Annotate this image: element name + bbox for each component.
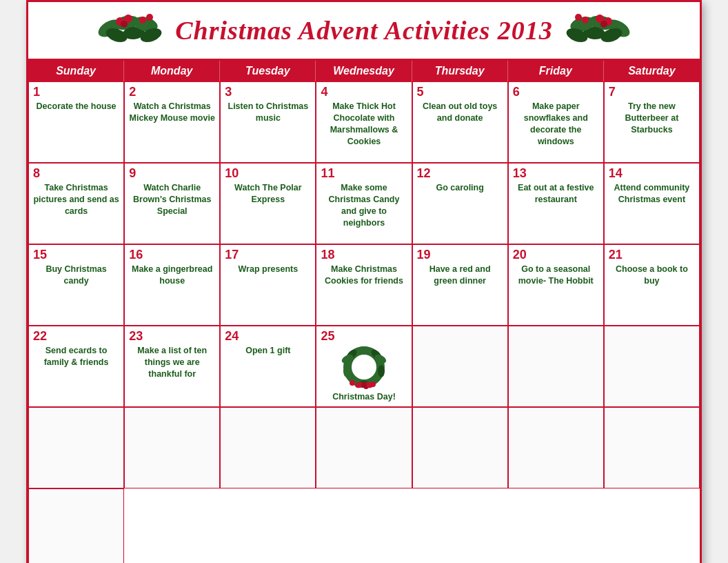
calendar-cell [28,407,124,488]
svg-point-9 [139,17,146,23]
cell-activity: Clean out old toys and donate [417,101,503,124]
cell-activity: Choose a book to buy [609,264,695,287]
cell-number: 24 [225,329,311,344]
cell-activity: Christmas Day! [321,391,407,403]
calendar-cell [28,488,124,563]
svg-point-30 [378,365,385,377]
day-friday: Friday [508,61,604,81]
cell-number: 19 [417,248,503,262]
cell-number: 7 [609,85,695,99]
cell-number: 9 [129,166,215,181]
holly-left-decoration [96,9,165,52]
cell-number: 17 [225,248,311,262]
cell-number: 16 [129,248,215,262]
calendar-header: Christmas Advent Activities 2013 [28,2,700,61]
cell-activity: Wrap presents [225,264,311,275]
cell-activity: Watch a Christmas Mickey Mouse movie [129,101,215,124]
cell-number: 18 [321,248,407,262]
cell-activity: Make Christmas Cookies for friends [321,264,407,287]
calendar-cell: 18Make Christmas Cookies for friends [316,244,412,326]
cell-number: 15 [33,248,119,262]
cell-activity: Try the new Butterbeer at Starbucks [609,101,695,136]
cell-activity: Send ecards to family & friends [33,345,119,368]
calendar-cell: 22Send ecards to family & friends [28,326,124,407]
calendar-cell [124,407,220,488]
cell-activity: Watch The Polar Express [225,182,311,206]
calendar-cell: 14Attend community Christmas event [604,163,700,244]
calendar-cell: 15Buy Christmas candy [28,244,124,326]
calendar-cell: 10Watch The Polar Express [220,163,316,244]
cell-number: 22 [33,329,119,344]
day-sunday: Sunday [28,61,124,81]
calendar-cell: 2Watch a Christmas Mickey Mouse movie [124,81,220,163]
day-wednesday: Wednesday [316,61,412,81]
cell-activity: Go caroling [417,182,503,194]
calendar-cell: 9Watch Charlie Brown's Christmas Special [124,163,220,244]
cell-activity: Decorate the house [33,101,119,112]
calendar-cell: 23Make a list of ten things we are thank… [124,326,220,407]
cell-number: 3 [225,85,311,99]
calendar-cell: 4Make Thick Hot Chocolate with Marshmall… [316,81,412,163]
calendar-cell [412,326,508,407]
calendar-cell [316,407,412,488]
cell-number: 2 [129,85,215,99]
cell-activity: Go to a seasonal movie- The Hobbit [513,264,599,287]
calendar-cell [220,407,316,488]
calendar-cell [604,326,700,407]
calendar-cell [412,407,508,488]
calendar-cell: 1Decorate the house [28,81,124,163]
calendar-cell: 5Clean out old toys and donate [412,81,508,163]
calendar-cell: 19Have a red and green dinner [412,244,508,326]
cell-activity: Take Christmas pictures and send as card… [33,182,119,217]
day-monday: Monday [124,61,220,81]
calendar-cell: 16Make a gingerbread house [124,244,220,326]
calendar-cell [508,407,604,488]
cell-number: 20 [513,248,599,262]
cell-activity: Watch Charlie Brown's Christmas Special [129,182,215,217]
svg-point-17 [600,21,607,28]
cell-number: 23 [129,329,215,344]
svg-point-29 [343,365,350,377]
day-tuesday: Tuesday [220,61,316,81]
cell-number: 12 [417,166,503,181]
cell-number: 11 [321,166,407,181]
cell-number: 1 [33,85,119,99]
svg-point-6 [121,21,128,28]
svg-point-31 [350,380,355,386]
cell-number: 8 [33,166,119,181]
christmas-wreath [321,345,407,390]
calendar-cell [508,326,604,407]
calendar-cell: 20Go to a seasonal movie- The Hobbit [508,244,604,326]
cell-number: 14 [609,166,695,181]
cell-activity: Buy Christmas candy [33,264,119,287]
cell-activity: Make a list of ten things we are thankfu… [129,345,215,380]
calendar-grid: 1Decorate the house2Watch a Christmas Mi… [28,81,700,563]
calendar-cell: 25 [316,326,412,407]
calendar-cell: 11Make some Christmas Candy and give to … [316,163,412,244]
cell-activity: Eat out at a festive restaurant [513,182,599,206]
cell-activity: Attend community Christmas event [609,182,695,206]
calendar-wrapper: Christmas Advent Activities 2013 Sunday … [26,0,702,563]
calendar-cell: 6Make paper snowflakes and decorate the … [508,81,604,163]
cell-activity: Make a gingerbread house [129,264,215,287]
day-saturday: Saturday [604,61,700,81]
svg-point-20 [582,17,589,23]
svg-point-37 [361,382,367,388]
calendar-cell: 17Wrap presents [220,244,316,326]
svg-point-10 [146,14,153,21]
cell-number: 10 [225,166,311,181]
cell-activity: Have a red and green dinner [417,264,503,287]
cell-number: 5 [417,85,503,99]
calendar-cell [604,407,700,488]
svg-point-27 [358,346,370,353]
calendar-cell: 13Eat out at a festive restaurant [508,163,604,244]
cell-activity: Open 1 gift [225,345,311,357]
calendar-cell: 3Listen to Christmas music [220,81,316,163]
calendar-cell: 12Go caroling [412,163,508,244]
cell-number: 25 [321,329,407,344]
cell-activity: Make some Christmas Candy and give to ne… [321,182,407,229]
day-thursday: Thursday [412,61,508,81]
calendar-cell: 21Choose a book to buy [604,244,700,326]
calendar-cell: 7Try the new Butterbeer at Starbucks [604,81,700,163]
holly-right-decoration [563,9,632,52]
